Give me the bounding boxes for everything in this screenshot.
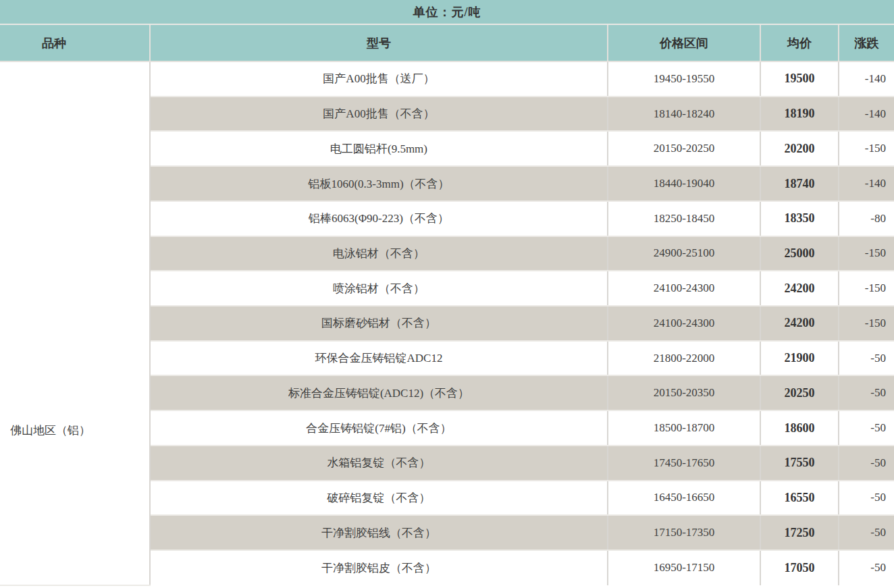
- change-cell: -50: [839, 515, 894, 550]
- model-cell: 水箱铝复锭（不含）: [150, 446, 608, 481]
- model-cell: 喷涂铝材（不含）: [150, 271, 608, 306]
- price-range-cell: 24100-24300: [608, 271, 760, 306]
- col-header-change: 涨跌: [839, 25, 894, 61]
- price-range-cell: 18250-18450: [608, 201, 760, 236]
- col-header-price-range: 价格区间: [608, 25, 760, 61]
- col-header-model: 型号: [150, 25, 608, 61]
- avg-price-cell: 24200: [760, 271, 839, 306]
- price-range-cell: 16950-17150: [608, 550, 760, 585]
- model-cell: 铝棒6063(Φ90-223)（不含）: [150, 201, 608, 236]
- change-cell: -150: [839, 306, 894, 341]
- change-cell: -140: [839, 166, 894, 201]
- change-cell: -140: [839, 61, 894, 97]
- model-cell: 干净割胶铝线（不含）: [150, 515, 608, 550]
- avg-price-cell: 25000: [760, 236, 839, 271]
- model-cell: 干净割胶铝皮（不含）: [150, 550, 608, 585]
- col-header-variety: 品种: [0, 25, 150, 61]
- change-cell: -140: [839, 97, 894, 132]
- model-cell: 电泳铝材（不含）: [150, 236, 608, 271]
- region-cell: 佛山地区（铝）: [0, 61, 150, 585]
- model-cell: 国产A00批售（不含）: [150, 97, 608, 132]
- avg-price-cell: 18600: [760, 410, 839, 446]
- avg-price-cell: 16550: [760, 481, 839, 516]
- model-cell: 环保合金压铸铝锭ADC12: [150, 341, 608, 376]
- unit-label: 单位：元/吨: [413, 4, 481, 20]
- price-range-cell: 20150-20350: [608, 375, 760, 410]
- change-cell: -50: [839, 481, 894, 516]
- avg-price-cell: 18190: [760, 97, 839, 132]
- price-table: 品种 型号 价格区间 均价 涨跌 佛山地区（铝） 国产A00批售（送厂） 194…: [0, 25, 894, 586]
- change-cell: -150: [839, 236, 894, 271]
- model-cell: 标准合金压铸铝锭(ADC12)（不含）: [150, 375, 608, 410]
- avg-price-cell: 17050: [760, 550, 839, 585]
- avg-price-cell: 20250: [760, 375, 839, 410]
- price-range-cell: 19450-19550: [608, 61, 760, 97]
- avg-price-cell: 24200: [760, 306, 839, 341]
- table-row: 佛山地区（铝） 国产A00批售（送厂） 19450-19550 19500 -1…: [0, 61, 894, 97]
- price-range-cell: 21800-22000: [608, 341, 760, 376]
- price-range-cell: 16450-16650: [608, 481, 760, 516]
- model-cell: 国标磨砂铝材（不含）: [150, 306, 608, 341]
- avg-price-cell: 18350: [760, 201, 839, 236]
- avg-price-cell: 17550: [760, 446, 839, 481]
- avg-price-cell: 17250: [760, 515, 839, 550]
- change-cell: -150: [839, 131, 894, 166]
- change-cell: -50: [839, 410, 894, 446]
- change-cell: -50: [839, 341, 894, 376]
- header-row: 品种 型号 价格区间 均价 涨跌: [0, 25, 894, 61]
- change-cell: -50: [839, 375, 894, 410]
- price-range-cell: 18440-19040: [608, 166, 760, 201]
- avg-price-cell: 21900: [760, 341, 839, 376]
- model-cell: 电工圆铝杆(9.5mm): [150, 131, 608, 166]
- model-cell: 国产A00批售（送厂）: [150, 61, 608, 97]
- price-range-cell: 20150-20250: [608, 131, 760, 166]
- price-range-cell: 17150-17350: [608, 515, 760, 550]
- model-cell: 合金压铸铝锭(7#铝)（不含）: [150, 410, 608, 446]
- price-range-cell: 17450-17650: [608, 446, 760, 481]
- avg-price-cell: 18740: [760, 166, 839, 201]
- change-cell: -50: [839, 446, 894, 481]
- avg-price-cell: 20200: [760, 131, 839, 166]
- price-range-cell: 24900-25100: [608, 236, 760, 271]
- model-cell: 破碎铝复锭（不含）: [150, 481, 608, 516]
- change-cell: -50: [839, 550, 894, 585]
- price-range-cell: 18140-18240: [608, 97, 760, 132]
- price-range-cell: 18500-18700: [608, 410, 760, 446]
- unit-bar: 单位：元/吨: [0, 0, 894, 25]
- col-header-avg-price: 均价: [760, 25, 839, 61]
- change-cell: -150: [839, 271, 894, 306]
- price-range-cell: 24100-24300: [608, 306, 760, 341]
- model-cell: 铝板1060(0.3-3mm)（不含）: [150, 166, 608, 201]
- change-cell: -80: [839, 201, 894, 236]
- avg-price-cell: 19500: [760, 61, 839, 97]
